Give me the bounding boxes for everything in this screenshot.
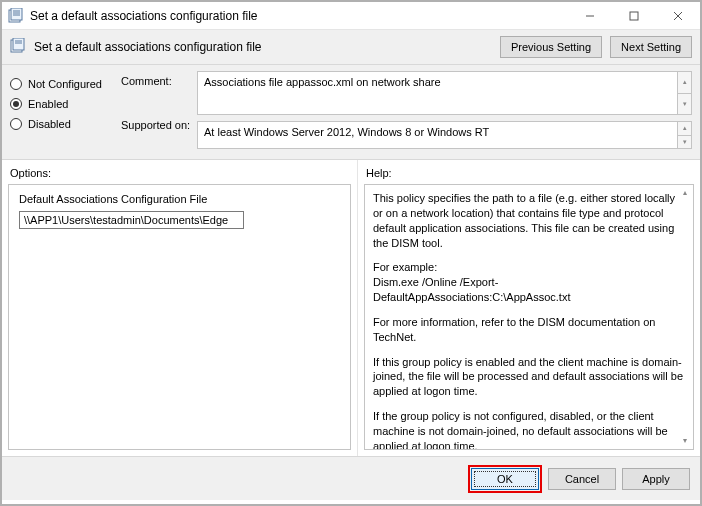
- help-text: For example:: [373, 260, 685, 275]
- ok-highlight: OK: [468, 465, 542, 493]
- help-text: If the group policy is not configured, d…: [373, 409, 685, 450]
- supported-spin[interactable]: ▴▾: [677, 121, 692, 149]
- option-path-input[interactable]: [19, 211, 244, 229]
- field-values: Associations file appassoc.xml on networ…: [197, 71, 692, 149]
- help-text: If this group policy is enabled and the …: [373, 355, 685, 400]
- chevron-up-icon[interactable]: ▴: [678, 186, 692, 200]
- supported-label: Supported on:: [121, 119, 191, 131]
- help-label: Help:: [364, 164, 694, 184]
- options-label: Options:: [8, 164, 351, 184]
- comment-field[interactable]: Associations file appassoc.xml on networ…: [197, 71, 677, 115]
- apply-button[interactable]: Apply: [622, 468, 690, 490]
- ok-button[interactable]: OK: [471, 468, 539, 490]
- radio-disabled[interactable]: Disabled: [10, 118, 115, 130]
- header-row: Set a default associations configuration…: [2, 30, 700, 65]
- policy-title: Set a default associations configuration…: [34, 40, 261, 54]
- chevron-up-icon: ▴: [678, 72, 691, 94]
- help-text: This policy specifies the path to a file…: [373, 191, 685, 250]
- chevron-up-icon: ▴: [678, 122, 691, 136]
- radio-label: Disabled: [28, 118, 71, 130]
- maximize-button[interactable]: [612, 2, 656, 30]
- svg-rect-10: [13, 38, 24, 50]
- cancel-button[interactable]: Cancel: [548, 468, 616, 490]
- state-radios: Not Configured Enabled Disabled: [10, 71, 115, 149]
- svg-rect-1: [11, 8, 22, 20]
- next-setting-button[interactable]: Next Setting: [610, 36, 692, 58]
- radio-not-configured[interactable]: Not Configured: [10, 78, 115, 90]
- radio-label: Enabled: [28, 98, 68, 110]
- app-icon: [8, 8, 24, 24]
- chevron-down-icon: ▾: [678, 94, 691, 115]
- svg-rect-6: [630, 12, 638, 20]
- help-pane: Help: This policy specifies the path to …: [358, 160, 700, 456]
- radio-label: Not Configured: [28, 78, 102, 90]
- svg-line-7: [674, 12, 682, 20]
- svg-line-8: [674, 12, 682, 20]
- policy-icon: [10, 38, 26, 56]
- radio-enabled[interactable]: Enabled: [10, 98, 115, 110]
- comment-label: Comment:: [121, 75, 191, 119]
- panes: Options: Default Associations Configurat…: [2, 160, 700, 456]
- field-labels: Comment: Supported on:: [121, 71, 191, 149]
- option-field-label: Default Associations Configuration File: [19, 193, 340, 205]
- radio-icon: [10, 118, 22, 130]
- help-body[interactable]: This policy specifies the path to a file…: [364, 184, 694, 450]
- chevron-down-icon[interactable]: ▾: [678, 434, 692, 448]
- close-button[interactable]: [656, 2, 700, 30]
- previous-setting-button[interactable]: Previous Setting: [500, 36, 602, 58]
- comment-spin[interactable]: ▴▾: [677, 71, 692, 115]
- supported-field: At least Windows Server 2012, Windows 8 …: [197, 121, 677, 149]
- radio-icon: [10, 98, 22, 110]
- help-text: Dism.exe /Online /Export-DefaultAppAssoc…: [373, 275, 685, 305]
- help-text: For more information, refer to the DISM …: [373, 315, 685, 345]
- options-body: Default Associations Configuration File: [8, 184, 351, 450]
- radio-icon: [10, 78, 22, 90]
- window-title: Set a default associations configuration…: [30, 9, 568, 23]
- window-controls: [568, 2, 700, 30]
- options-pane: Options: Default Associations Configurat…: [2, 160, 358, 456]
- chevron-down-icon: ▾: [678, 136, 691, 149]
- minimize-button[interactable]: [568, 2, 612, 30]
- titlebar: Set a default associations configuration…: [2, 2, 700, 30]
- settings-area: Not Configured Enabled Disabled Comment:…: [2, 65, 700, 160]
- footer: OK Cancel Apply: [2, 456, 700, 500]
